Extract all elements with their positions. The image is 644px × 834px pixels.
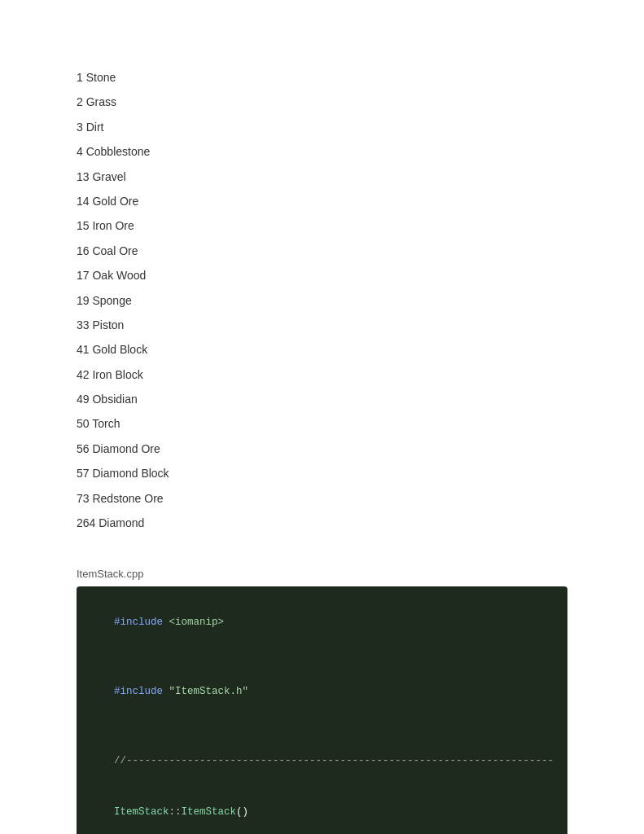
list-item: 2 Grass [77,90,567,114]
list-item: 49 Obsidian [77,387,567,411]
code-block: #include <iomanip> #include "ItemStack.h… [77,586,567,834]
list-item: 1 Stone [77,65,567,90]
list-item: 15 Iron Ore [77,213,567,238]
item-list: 1 Stone2 Grass3 Dirt4 Cobblestone13 Grav… [0,16,644,568]
list-item: 73 Redstone Ore [77,486,567,511]
list-item: 56 Diamond Ore [77,437,567,461]
code-line-6: ItemStack::ItemStack() [90,787,554,834]
code-line-3: #include "ItemStack.h" [90,665,554,718]
file-label: ItemStack.cpp [0,568,644,580]
list-item: 57 Diamond Block [77,461,567,485]
code-line-5: //--------------------------------------… [90,735,554,787]
code-line-2 [90,648,554,665]
list-item: 14 Gold Ore [77,189,567,213]
list-item: 3 Dirt [77,115,567,139]
list-item: 264 Diamond [77,511,567,535]
file-name: ItemStack.cpp [77,568,143,580]
list-item: 19 Sponge [77,288,567,313]
list-item: 50 Torch [77,411,567,436]
list-item: 17 Oak Wood [77,263,567,288]
code-line-4 [90,718,554,735]
list-item: 33 Piston [77,313,567,337]
list-item: 13 Gravel [77,165,567,189]
list-item: 42 Iron Block [77,362,567,387]
code-line-1: #include <iomanip> [90,596,554,648]
list-item: 41 Gold Block [77,337,567,362]
list-item: 16 Coal Ore [77,239,567,263]
list-item: 4 Cobblestone [77,139,567,164]
